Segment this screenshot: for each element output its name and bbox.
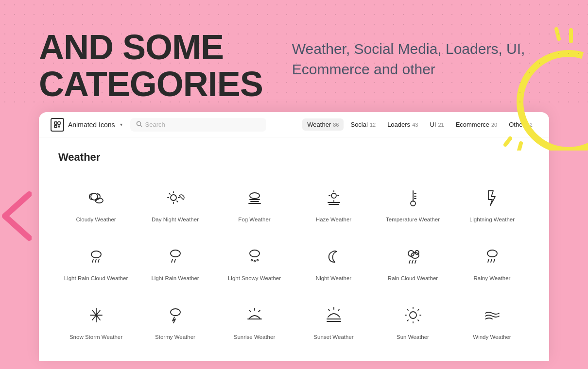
brand-name: Animated Icons: [68, 121, 115, 129]
icon-label: Light Snowy Weather: [228, 275, 281, 282]
icon-label: Windy Weather: [473, 334, 511, 341]
icon-label: Lightning Weather: [469, 216, 515, 223]
search-icon: [136, 121, 142, 129]
weather-icon: [321, 185, 346, 210]
svg-line-20: [177, 201, 178, 202]
app-panel: Animated Icons ▾ Search Weather86Social1…: [39, 112, 549, 361]
icon-label: Snow Storm Weather: [69, 334, 122, 341]
tab-label: Weather: [307, 121, 331, 128]
svg-line-50: [409, 260, 410, 263]
weather-icon: [84, 185, 109, 210]
icon-label: Light Rain Cloud Weather: [64, 275, 128, 282]
svg-line-79: [418, 320, 419, 321]
section-title: Weather: [58, 151, 530, 164]
svg-line-38: [92, 259, 93, 262]
nav-tab-weather[interactable]: Weather86: [302, 118, 344, 131]
icon-item[interactable]: Light Snowy Weather: [217, 234, 292, 289]
icon-item[interactable]: Windy Weather: [454, 293, 530, 348]
svg-point-73: [410, 312, 416, 319]
icon-item[interactable]: Light Rain Cloud Weather: [58, 234, 134, 289]
svg-line-43: [174, 259, 175, 262]
svg-line-70: [338, 309, 339, 311]
navbar: Animated Icons ▾ Search Weather86Social1…: [39, 112, 549, 137]
svg-point-54: [487, 250, 497, 257]
search-placeholder: Search: [145, 121, 165, 128]
icon-label: Haze Weather: [316, 216, 351, 223]
weather-icon: [480, 302, 505, 328]
tab-label: Loaders: [387, 121, 410, 128]
icon-label: Night Weather: [316, 275, 351, 282]
icon-label: Fog Weather: [238, 216, 270, 223]
svg-point-45: [251, 260, 252, 261]
svg-point-44: [250, 250, 259, 257]
svg-line-52: [415, 260, 416, 263]
svg-line-57: [494, 259, 495, 262]
svg-line-39: [95, 259, 96, 262]
tab-label: Social: [350, 121, 367, 128]
icon-item[interactable]: Snow Storm Weather: [58, 293, 134, 348]
icon-item[interactable]: Day Night Weather: [138, 175, 213, 230]
svg-line-80: [418, 310, 419, 311]
icon-item[interactable]: Night Weather: [296, 234, 371, 289]
weather-icon: [400, 302, 426, 328]
icon-item[interactable]: Lightning Weather: [454, 175, 530, 230]
icon-label: Light Rain Weather: [151, 275, 199, 282]
nav-tab-loaders[interactable]: Loaders43: [382, 118, 423, 131]
svg-line-4: [519, 143, 521, 151]
hero-section: AND SOME CATEGORIES Weather, Social Medi…: [0, 0, 588, 102]
svg-line-40: [98, 259, 99, 262]
brand[interactable]: Animated Icons ▾: [51, 118, 122, 132]
weather-icon: [480, 185, 505, 210]
icon-item[interactable]: Cloudy Weather: [58, 175, 134, 230]
weather-icon: [84, 244, 109, 269]
icon-item[interactable]: Temperature Weather: [375, 175, 450, 230]
svg-line-55: [488, 259, 489, 262]
icon-label: Sunrise Weather: [234, 334, 275, 341]
icon-label: Sun Weather: [397, 334, 429, 341]
weather-icon: [400, 244, 426, 269]
icon-label: Rain Cloud Weather: [388, 275, 438, 282]
weather-icon: [84, 302, 109, 328]
svg-point-10: [137, 121, 140, 125]
icon-item[interactable]: Fog Weather: [217, 175, 292, 230]
icon-item[interactable]: Light Rain Weather: [138, 234, 213, 289]
icon-label: Sunset Weather: [313, 334, 353, 341]
hero-right: Weather, Social Media, Loaders, UI, Ecom…: [292, 29, 525, 80]
hero-heading: AND SOME CATEGORIES: [39, 29, 263, 102]
weather-icon: [242, 244, 267, 269]
icon-label: Stormy Weather: [155, 334, 195, 341]
icon-grid: Cloudy WeatherDay Night WeatherFog Weath…: [58, 175, 530, 348]
tab-count: 21: [438, 122, 444, 128]
weather-icon: [321, 244, 346, 269]
tab-count: 86: [333, 122, 339, 128]
svg-point-41: [171, 250, 180, 257]
svg-line-11: [140, 125, 142, 127]
svg-point-46: [254, 261, 255, 262]
svg-rect-6: [58, 122, 60, 124]
icon-item[interactable]: Sunset Weather: [296, 293, 371, 348]
weather-icon: [163, 185, 188, 210]
search-bar[interactable]: Search: [130, 118, 266, 132]
icon-label: Temperature Weather: [386, 216, 440, 223]
tab-count: 12: [370, 122, 376, 128]
icon-item[interactable]: Sun Weather: [375, 293, 450, 348]
chevron-down-icon: ▾: [120, 122, 122, 127]
weather-icon: [163, 244, 188, 269]
svg-line-42: [172, 259, 173, 262]
icon-item[interactable]: Rainy Weather: [454, 234, 530, 289]
icon-item[interactable]: Rain Cloud Weather: [375, 234, 450, 289]
svg-line-19: [169, 194, 170, 195]
svg-point-21: [250, 193, 259, 199]
icon-label: Day Night Weather: [152, 216, 199, 223]
icon-item[interactable]: Sunrise Weather: [217, 293, 292, 348]
nav-tab-social[interactable]: Social12: [346, 118, 380, 131]
icon-item[interactable]: Haze Weather: [296, 175, 371, 230]
svg-point-25: [331, 193, 336, 198]
svg-line-81: [407, 320, 408, 321]
weather-icon: [321, 302, 346, 328]
svg-line-66: [259, 310, 260, 312]
nav-tab-ui[interactable]: UI21: [425, 118, 449, 131]
svg-rect-7: [54, 125, 57, 128]
icon-item[interactable]: Stormy Weather: [138, 293, 213, 348]
svg-rect-5: [54, 122, 57, 124]
